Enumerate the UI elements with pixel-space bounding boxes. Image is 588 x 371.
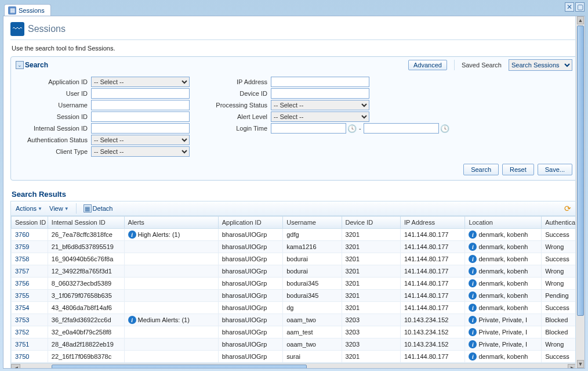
table-row[interactable]: 37568_0603273ecbd5389bharosaUIOGrpbodura… xyxy=(12,278,577,290)
alerts-cell xyxy=(124,265,218,278)
session-id-cell[interactable]: 3754 xyxy=(12,302,48,314)
auth-status-cell: Success xyxy=(542,302,577,314)
internal-session-id-cell: 26_7ea78cffc3818fce xyxy=(48,229,124,241)
scroll-thumb[interactable] xyxy=(52,365,307,369)
info-icon: i xyxy=(469,316,477,324)
ip-address-cell: 141.144.80.177 xyxy=(400,265,464,278)
close-window-icon[interactable]: ✕ xyxy=(565,2,574,12)
application-id-select[interactable]: -- Select -- xyxy=(91,77,190,87)
table-row[interactable]: 375443_4806da7b8f14af6bharosaUIOGrpdg320… xyxy=(12,302,577,314)
session-id-input[interactable] xyxy=(91,111,190,122)
column-header[interactable]: Device ID xyxy=(342,217,400,229)
device-id-input[interactable] xyxy=(271,88,369,99)
login-time-from-input[interactable] xyxy=(271,123,346,134)
advanced-button[interactable]: Advanced xyxy=(408,60,447,70)
auth-status-cell: Wrong xyxy=(542,241,577,253)
application-id-cell: bharosaUIOGrp xyxy=(218,351,282,363)
reset-button[interactable]: Reset xyxy=(502,164,534,175)
session-id-cell[interactable]: 3758 xyxy=(12,253,48,265)
info-icon: i xyxy=(469,352,477,361)
ip-address-input[interactable] xyxy=(271,77,369,87)
alerts-cell: iMedium Alerts: (1) xyxy=(124,314,218,326)
table-row[interactable]: 375816_904940b56c76f8abharosaUIOGrpbodur… xyxy=(12,253,577,265)
chevron-down-icon: ▼ xyxy=(38,206,42,211)
application-id-cell: bharosaUIOGrp xyxy=(218,338,282,351)
username-input[interactable] xyxy=(91,100,190,110)
calendar-to-icon[interactable]: 🕓 xyxy=(440,124,449,133)
client-type-select[interactable]: -- Select -- xyxy=(91,146,190,157)
collapse-search-icon[interactable]: ⌄ xyxy=(16,61,24,69)
session-id-cell[interactable]: 3750 xyxy=(12,351,48,363)
scroll-down-arrow-icon[interactable]: ▼ xyxy=(577,360,584,368)
alert-level-select[interactable]: -- Select -- xyxy=(271,111,369,122)
application-id-cell: bharosaUIOGrp xyxy=(218,265,282,278)
user-id-input[interactable] xyxy=(91,88,190,99)
column-header[interactable]: Session ID xyxy=(12,217,48,229)
view-menu[interactable]: View▼ xyxy=(49,205,69,212)
alerts-cell xyxy=(124,302,218,314)
table-row[interactable]: 375022_16f17f069b8378cbharosaUIOGrpsurai… xyxy=(12,351,577,363)
processing-status-select[interactable]: -- Select -- xyxy=(271,100,369,110)
login-time-to-input[interactable] xyxy=(364,123,439,134)
actions-menu[interactable]: Actions▼ xyxy=(16,205,42,212)
search-button[interactable]: Search xyxy=(463,164,499,175)
session-id-cell[interactable]: 3755 xyxy=(12,290,48,302)
internal-session-id-cell: 8_0603273ecbd5389 xyxy=(48,278,124,290)
calendar-from-icon[interactable]: 🕓 xyxy=(347,124,357,133)
detach-button[interactable]: ▦ Detach xyxy=(84,204,113,212)
application-id-cell: bharosaUIOGrp xyxy=(218,241,282,253)
internal-session-id-cell: 36_f2fa9d36922cc6d xyxy=(48,314,124,326)
table-row[interactable]: 376026_7ea78cffc3818fceiHigh Alerts: (1)… xyxy=(12,229,577,241)
horizontal-scrollbar[interactable]: ◀ ▶ xyxy=(10,363,578,369)
session-id-cell[interactable]: 3760 xyxy=(12,229,48,241)
info-icon: i xyxy=(469,291,477,300)
ip-address-cell: 141.144.80.177 xyxy=(400,241,464,253)
info-icon: i xyxy=(469,243,477,251)
device-id-cell: 3203 xyxy=(342,338,400,351)
table-row[interactable]: 375128_48ad2f18822eb19bharosaUIOGrpoaam_… xyxy=(12,338,577,351)
refresh-icon[interactable]: ⟳ xyxy=(563,204,572,213)
saved-search-select[interactable]: Search Sessions xyxy=(509,59,572,71)
internal-session-id-input[interactable] xyxy=(91,123,190,134)
table-row[interactable]: 375336_f2fa9d36922cc6diMedium Alerts: (1… xyxy=(12,314,577,326)
scroll-left-arrow-icon[interactable]: ◀ xyxy=(11,364,20,369)
auth-status-select[interactable]: -- Select -- xyxy=(91,135,190,145)
maximize-window-icon[interactable]: ▢ xyxy=(575,2,585,12)
location-cell: iPrivate, Private, I xyxy=(465,314,542,326)
scroll-up-arrow-icon[interactable]: ▲ xyxy=(577,16,584,24)
username-cell: oaam_two xyxy=(283,338,342,351)
session-id-cell[interactable]: 3756 xyxy=(12,278,48,290)
user-id-label: User ID xyxy=(16,90,91,97)
save-button[interactable]: Save... xyxy=(538,164,572,175)
info-icon: i xyxy=(128,230,136,239)
auth-status-cell: Wrong xyxy=(542,265,577,278)
username-cell: aam_test xyxy=(283,326,342,338)
session-id-cell[interactable]: 3753 xyxy=(12,314,48,326)
table-row[interactable]: 375232_e0a40bf79c258f8bharosaUIOGrpaam_t… xyxy=(12,326,577,338)
username-cell: bodurai xyxy=(283,265,342,278)
search-panel: ⌄ Search Advanced Saved Search Search Se… xyxy=(10,56,578,181)
processing-status-label: Processing Status xyxy=(207,102,271,109)
device-id-cell: 3201 xyxy=(342,229,400,241)
table-row[interactable]: 375921_bf6d8d537895519bharosaUIOGrpkama1… xyxy=(12,241,577,253)
content-vertical-scrollbar[interactable]: ▲ ▼ xyxy=(575,16,585,368)
alerts-cell xyxy=(124,326,218,338)
column-header[interactable]: Authentication Status xyxy=(542,217,577,229)
column-header[interactable]: Internal Session ID xyxy=(48,217,124,229)
session-id-cell[interactable]: 3759 xyxy=(12,241,48,253)
column-header[interactable]: Application ID xyxy=(218,217,282,229)
table-row[interactable]: 37553_1f0679f07658b635bharosaUIOGrpbodur… xyxy=(12,290,577,302)
content-scroll-thumb[interactable] xyxy=(577,26,584,316)
column-header[interactable]: Location xyxy=(465,217,542,229)
tab-sessions[interactable]: ▦ Sessions xyxy=(4,4,51,16)
column-header[interactable]: Username xyxy=(283,217,342,229)
session-id-cell[interactable]: 3751 xyxy=(12,338,48,351)
ip-address-cell: 10.143.234.152 xyxy=(400,326,464,338)
column-header[interactable]: IP Address xyxy=(400,217,464,229)
username-label: Username xyxy=(16,102,91,109)
session-id-cell[interactable]: 3752 xyxy=(12,326,48,338)
table-row[interactable]: 375712_34922f8a765f3d1bharosaUIOGrpbodur… xyxy=(12,265,577,278)
auth-status-cell: Success xyxy=(542,253,577,265)
session-id-cell[interactable]: 3757 xyxy=(12,265,48,278)
column-header[interactable]: Alerts xyxy=(124,217,218,229)
